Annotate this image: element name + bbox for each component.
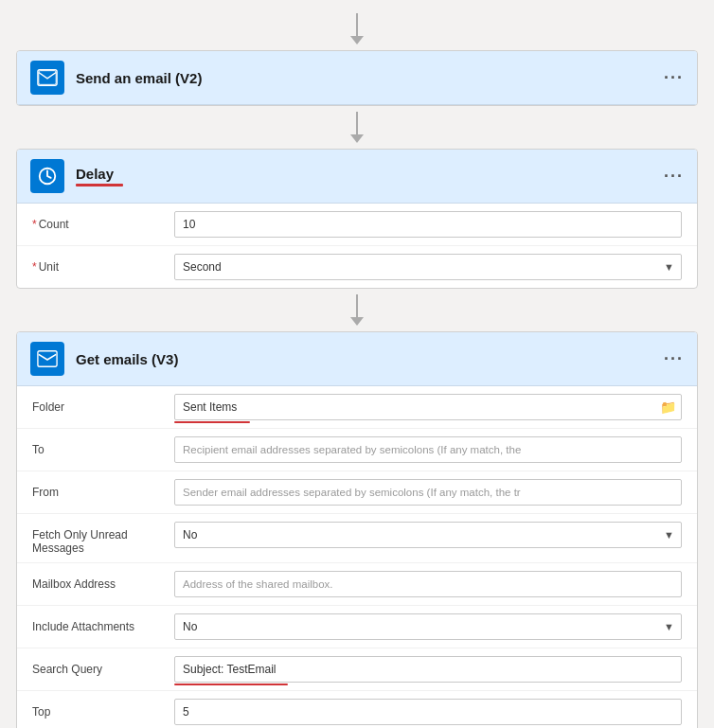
mailbox-wrap — [174, 571, 682, 597]
attachments-row: Include Attachments No Yes ▼ — [17, 606, 697, 648]
get-emails-title: Get emails (V3) — [76, 351, 178, 367]
search-row: Search Query — [17, 648, 697, 691]
folder-label: Folder — [32, 394, 174, 414]
from-wrap — [174, 479, 682, 506]
svg-rect-0 — [39, 71, 56, 85]
arrow-1 — [350, 112, 364, 143]
attachments-label: Include Attachments — [32, 613, 174, 633]
from-label: From — [32, 479, 174, 499]
delay-unit-select[interactable]: Second Minute Hour Day — [174, 254, 682, 280]
folder-row: Folder 📁 — [17, 386, 697, 429]
get-emails-header: Get emails (V3) ··· — [17, 332, 697, 386]
from-row: From — [17, 471, 697, 514]
delay-unit-label: *Unit — [32, 254, 174, 274]
folder-browse-icon[interactable]: 📁 — [660, 400, 676, 415]
search-underline — [174, 684, 288, 685]
folder-underline — [174, 421, 250, 423]
mailbox-input[interactable] — [174, 571, 682, 597]
fetch-unread-wrap: No Yes ▼ — [174, 522, 682, 548]
delay-count-input[interactable] — [174, 211, 682, 238]
delay-unit-row: *Unit Second Minute Hour Day ▼ — [17, 246, 697, 288]
top-row: Top — [17, 691, 697, 728]
top-label: Top — [32, 699, 174, 719]
mailbox-label: Mailbox Address — [32, 571, 174, 591]
get-emails-card: Get emails (V3) ··· Folder 📁 To — [16, 331, 698, 728]
top-input[interactable] — [174, 699, 682, 725]
fetch-unread-label: Fetch Only Unread Messages — [32, 522, 174, 555]
folder-input[interactable] — [174, 394, 682, 420]
to-input[interactable] — [174, 436, 682, 463]
delay-count-wrap — [174, 211, 682, 238]
to-label: To — [32, 436, 174, 456]
delay-icon — [30, 159, 64, 193]
attachments-select[interactable]: No Yes — [174, 613, 682, 640]
to-wrap — [174, 436, 682, 463]
delay-body: *Count *Unit Second Minute Hour — [17, 204, 697, 288]
delay-unit-wrap: Second Minute Hour Day ▼ — [174, 254, 682, 280]
delay-title: Delay — [76, 166, 114, 182]
delay-menu[interactable]: ··· — [664, 167, 684, 186]
fetch-unread-row: Fetch Only Unread Messages No Yes ▼ — [17, 514, 697, 563]
send-email-header: Send an email (V2) ··· — [17, 51, 697, 105]
delay-underline — [76, 184, 123, 186]
folder-wrap: 📁 — [174, 394, 682, 420]
fetch-unread-select[interactable]: No Yes — [174, 522, 682, 548]
to-row: To — [17, 429, 697, 471]
send-email-icon — [30, 61, 64, 95]
send-email-title: Send an email (V2) — [76, 70, 202, 86]
flow-container: Send an email (V2) ··· Delay — [16, 9, 698, 728]
search-wrap — [174, 656, 682, 683]
get-emails-body: Folder 📁 To From — [17, 386, 697, 728]
delay-header: Delay ··· — [17, 150, 697, 204]
mailbox-row: Mailbox Address — [17, 563, 697, 606]
from-input[interactable] — [174, 479, 682, 506]
delay-card: Delay ··· *Count *Unit — [16, 149, 698, 289]
send-email-menu[interactable]: ··· — [664, 68, 684, 88]
top-wrap — [174, 699, 682, 725]
search-label: Search Query — [32, 656, 174, 676]
delay-count-label: *Count — [32, 211, 174, 231]
arrow-2 — [350, 294, 364, 326]
send-email-card: Send an email (V2) ··· — [16, 50, 698, 106]
attachments-wrap: No Yes ▼ — [174, 613, 682, 640]
get-emails-icon — [30, 342, 64, 376]
search-input[interactable] — [174, 656, 682, 683]
arrow-top — [350, 13, 364, 44]
get-emails-menu[interactable]: ··· — [664, 349, 684, 369]
delay-count-row: *Count — [17, 204, 697, 246]
